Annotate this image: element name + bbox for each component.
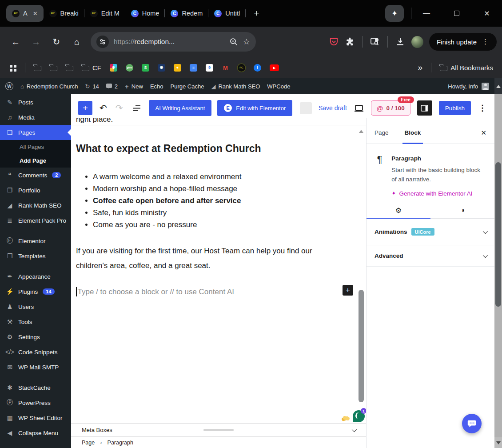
- bookmark-item[interactable]: gloo: [126, 64, 133, 72]
- zoom-out-icon[interactable]: [229, 37, 238, 46]
- updates-menu[interactable]: ↻14: [85, 83, 99, 90]
- sidebar-item-templates[interactable]: ❒ Templates: [0, 248, 71, 264]
- bullet-item[interactable]: A warm welcome and a relaxed environment: [93, 171, 242, 183]
- breadcrumb-page[interactable]: Page: [82, 440, 95, 446]
- forward-button[interactable]: →: [26, 37, 46, 47]
- sidebar-item-powerpress[interactable]: Ⓟ PowerPress: [0, 395, 71, 410]
- support-chat-bubble[interactable]: [462, 414, 482, 433]
- new-tab-button[interactable]: +: [250, 8, 263, 19]
- tab-settings-gear[interactable]: ⚙: [367, 202, 430, 218]
- browser-tab[interactable]: C Untitl: [208, 5, 246, 22]
- bookmark-item[interactable]: ▶: [270, 64, 279, 71]
- scroll-down-arrow[interactable]: [494, 437, 502, 448]
- content-heading[interactable]: What to expect at Redemption Church: [76, 143, 261, 155]
- bookmark-item-apps-grid[interactable]: [9, 63, 16, 72]
- canvas-scroll-up-arrow[interactable]: [359, 128, 363, 133]
- sidebar-item-pages[interactable]: ❏ Pages: [0, 125, 71, 140]
- reload-button[interactable]: ↻: [46, 36, 67, 47]
- browser-tab[interactable]: RC A ✕: [6, 5, 44, 22]
- bookmark-item-folder[interactable]: [50, 64, 57, 71]
- sidebar-item[interactable]: [0, 264, 71, 269]
- back-button[interactable]: ←: [5, 37, 26, 47]
- sidebar-item[interactable]: Add Page: [0, 154, 71, 168]
- tab-close-icon[interactable]: ✕: [33, 10, 38, 17]
- sidebar-item-tools[interactable]: ⚒ Tools: [0, 314, 71, 329]
- bullet-item[interactable]: Safe, fun kids ministry: [93, 207, 242, 219]
- sidebar-item-collapse[interactable]: ◀ Collapse Menu: [0, 425, 71, 440]
- close-button[interactable]: ✕: [472, 0, 502, 27]
- tab-styles[interactable]: ◑: [430, 202, 494, 218]
- browser-menu-kebab-icon[interactable]: ⋮: [482, 38, 489, 46]
- new-content-menu[interactable]: +New: [125, 83, 143, 90]
- maximize-button[interactable]: [442, 0, 472, 27]
- meta-boxes-panel[interactable]: Meta Boxes: [71, 423, 366, 436]
- sidebar-item-mail[interactable]: ✉ WP Mail SMTP: [0, 360, 71, 375]
- advanced-accordion[interactable]: Advanced: [367, 245, 494, 267]
- bookmark-item[interactable]: ❋: [158, 64, 165, 72]
- publish-button[interactable]: Publish: [439, 101, 471, 115]
- browser-tab[interactable]: RC Edit M: [84, 5, 125, 22]
- sidebar-item-sheet[interactable]: ▦ WP Sheet Editor: [0, 410, 71, 425]
- chevron-down-icon[interactable]: [352, 427, 357, 432]
- bookmark-item[interactable]: S: [142, 64, 149, 72]
- bookmark-item[interactable]: ✻: [110, 64, 117, 72]
- extensions-icon[interactable]: [345, 37, 355, 47]
- bookmark-item[interactable]: [25, 63, 25, 72]
- purge-cache-menu[interactable]: Purge Cache: [171, 83, 204, 90]
- bookmark-item-folder[interactable]: CF: [82, 64, 101, 72]
- sidebar-item-media[interactable]: ♫ Media: [0, 110, 71, 125]
- finish-update-button[interactable]: Finish update ⋮: [429, 33, 497, 51]
- preview-device-icon[interactable]: [354, 103, 364, 113]
- animations-accordion[interactable]: Animations UiCore: [367, 219, 494, 245]
- bookmark-item-folder[interactable]: [34, 64, 41, 71]
- comments-menu[interactable]: 2: [106, 83, 118, 90]
- sidebar-item-comments[interactable]: ❝ Comments 2: [0, 168, 71, 183]
- bookmark-item-folder[interactable]: [66, 64, 73, 71]
- chat-widget-icon[interactable]: 1: [353, 410, 365, 422]
- sidebar-item-pin[interactable]: ✎ Posts: [0, 95, 71, 110]
- home-button[interactable]: ⌂: [67, 37, 87, 47]
- sidebar-item-portfolio[interactable]: ❐ Portfolio: [0, 183, 71, 198]
- bookmark-star-icon[interactable]: ☆: [243, 37, 250, 47]
- echo-menu[interactable]: Echo: [150, 83, 163, 90]
- ai-writing-assistant-button[interactable]: AI Writing Assistant: [149, 100, 212, 116]
- bookmark-item[interactable]: [431, 63, 431, 72]
- canvas-scrollbar-thumb[interactable]: [359, 290, 364, 402]
- address-bar[interactable]: https://redemption... ☆: [91, 32, 256, 52]
- sidebar-item-users[interactable]: ♟ Users: [0, 299, 71, 314]
- sidebar-item[interactable]: [0, 375, 71, 380]
- editor-canvas[interactable]: right place. What to expect at Redemptio…: [71, 118, 366, 423]
- settings-panel-toggle[interactable]: [417, 100, 432, 116]
- sidebar-item[interactable]: All Pages: [0, 140, 71, 154]
- scrollbar-thumb[interactable]: [495, 162, 501, 307]
- browser-tab[interactable]: RC Breaki: [44, 5, 84, 22]
- sidebar-item-cache[interactable]: ✱ StackCache: [0, 380, 71, 395]
- content-bullet-list[interactable]: A warm welcome and a relaxed environment…: [76, 171, 242, 231]
- bullet-item[interactable]: Modern worship and a hope-filled message: [93, 183, 242, 195]
- rank-math-menu[interactable]: ◢Rank Math SEO: [211, 83, 260, 90]
- sidebar-item-code[interactable]: </> Code Snippets: [0, 344, 71, 360]
- bookmark-item[interactable]: ≡: [190, 64, 197, 72]
- edit-with-elementor-button[interactable]: E Edit with Elementor: [217, 100, 292, 116]
- bookmark-item-chevron-overflow[interactable]: »: [418, 63, 423, 72]
- browser-ai-sparkle-button[interactable]: ✦: [385, 5, 404, 22]
- sidebar-item[interactable]: [0, 228, 71, 233]
- tab-block[interactable]: Block: [405, 129, 421, 144]
- bullet-item[interactable]: Coffee cafe open before and after servic…: [93, 195, 242, 207]
- undo-button[interactable]: ↶: [98, 103, 108, 113]
- scroll-up-arrow[interactable]: [494, 78, 502, 94]
- browser-tab[interactable]: C Redem: [165, 5, 208, 22]
- sidebar-item-chart[interactable]: ◢ Rank Math SEO: [0, 198, 71, 213]
- sidebar-item-elementor[interactable]: Ⓔ Elementor: [0, 233, 71, 248]
- list-view-button[interactable]: [130, 104, 143, 113]
- bookmark-item[interactable]: M: [222, 64, 229, 72]
- profile-avatar[interactable]: [411, 36, 423, 48]
- content-paragraph[interactable]: If you are visiting for the first time, …: [76, 244, 343, 273]
- sidebar-item-element-pack[interactable]: ≣ Element Pack Pro: [0, 213, 71, 228]
- generate-with-elementor-ai-link[interactable]: ✦ Generate with Elementor AI: [391, 190, 486, 197]
- empty-block[interactable]: Type / to choose a block or // to use Co…: [76, 287, 234, 296]
- wpcode-menu[interactable]: WPCode: [267, 83, 290, 90]
- breadcrumb-paragraph[interactable]: Paragraph: [108, 440, 133, 446]
- bookmark-item[interactable]: ●: [174, 64, 181, 72]
- options-kebab-icon[interactable]: ⋮: [478, 103, 487, 113]
